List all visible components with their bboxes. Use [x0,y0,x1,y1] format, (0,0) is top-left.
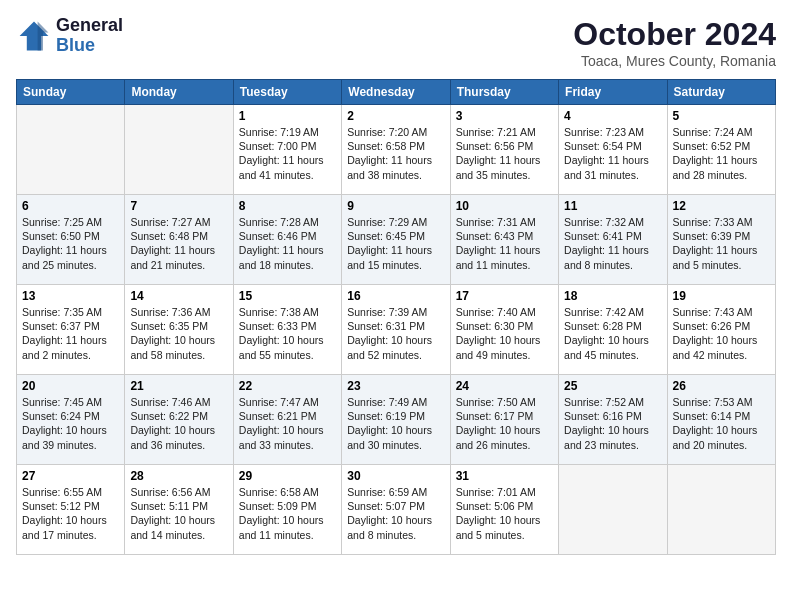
location-subtitle: Toaca, Mures County, Romania [573,53,776,69]
day-info: Sunrise: 7:42 AM Sunset: 6:28 PM Dayligh… [564,305,661,362]
day-info: Sunrise: 7:28 AM Sunset: 6:46 PM Dayligh… [239,215,336,272]
day-number: 10 [456,199,553,213]
day-header-tuesday: Tuesday [233,80,341,105]
calendar-cell: 21Sunrise: 7:46 AM Sunset: 6:22 PM Dayli… [125,375,233,465]
calendar-cell [559,465,667,555]
calendar-cell: 31Sunrise: 7:01 AM Sunset: 5:06 PM Dayli… [450,465,558,555]
day-number: 1 [239,109,336,123]
day-info: Sunrise: 7:35 AM Sunset: 6:37 PM Dayligh… [22,305,119,362]
day-info: Sunrise: 7:32 AM Sunset: 6:41 PM Dayligh… [564,215,661,272]
calendar-cell: 22Sunrise: 7:47 AM Sunset: 6:21 PM Dayli… [233,375,341,465]
calendar-cell: 29Sunrise: 6:58 AM Sunset: 5:09 PM Dayli… [233,465,341,555]
day-info: Sunrise: 7:47 AM Sunset: 6:21 PM Dayligh… [239,395,336,452]
day-info: Sunrise: 7:01 AM Sunset: 5:06 PM Dayligh… [456,485,553,542]
calendar-cell [125,105,233,195]
day-number: 17 [456,289,553,303]
day-header-monday: Monday [125,80,233,105]
day-info: Sunrise: 7:19 AM Sunset: 7:00 PM Dayligh… [239,125,336,182]
calendar-week-row: 27Sunrise: 6:55 AM Sunset: 5:12 PM Dayli… [17,465,776,555]
calendar-cell: 3Sunrise: 7:21 AM Sunset: 6:56 PM Daylig… [450,105,558,195]
day-number: 2 [347,109,444,123]
day-info: Sunrise: 7:38 AM Sunset: 6:33 PM Dayligh… [239,305,336,362]
calendar-cell: 24Sunrise: 7:50 AM Sunset: 6:17 PM Dayli… [450,375,558,465]
day-number: 21 [130,379,227,393]
day-info: Sunrise: 7:33 AM Sunset: 6:39 PM Dayligh… [673,215,770,272]
calendar-cell: 18Sunrise: 7:42 AM Sunset: 6:28 PM Dayli… [559,285,667,375]
day-number: 8 [239,199,336,213]
logo: General Blue [16,16,123,56]
calendar-cell: 9Sunrise: 7:29 AM Sunset: 6:45 PM Daylig… [342,195,450,285]
day-number: 15 [239,289,336,303]
calendar-cell [667,465,775,555]
calendar-cell: 17Sunrise: 7:40 AM Sunset: 6:30 PM Dayli… [450,285,558,375]
svg-marker-0 [20,21,49,50]
day-info: Sunrise: 6:55 AM Sunset: 5:12 PM Dayligh… [22,485,119,542]
day-number: 13 [22,289,119,303]
title-area: October 2024 Toaca, Mures County, Romani… [573,16,776,69]
day-info: Sunrise: 7:25 AM Sunset: 6:50 PM Dayligh… [22,215,119,272]
day-number: 6 [22,199,119,213]
day-number: 4 [564,109,661,123]
day-info: Sunrise: 7:29 AM Sunset: 6:45 PM Dayligh… [347,215,444,272]
month-title: October 2024 [573,16,776,53]
calendar-cell: 30Sunrise: 6:59 AM Sunset: 5:07 PM Dayli… [342,465,450,555]
day-header-wednesday: Wednesday [342,80,450,105]
calendar-cell: 5Sunrise: 7:24 AM Sunset: 6:52 PM Daylig… [667,105,775,195]
day-number: 24 [456,379,553,393]
day-number: 14 [130,289,227,303]
logo-blue: Blue [56,36,123,56]
day-info: Sunrise: 6:58 AM Sunset: 5:09 PM Dayligh… [239,485,336,542]
calendar-cell [17,105,125,195]
day-info: Sunrise: 7:45 AM Sunset: 6:24 PM Dayligh… [22,395,119,452]
day-info: Sunrise: 7:21 AM Sunset: 6:56 PM Dayligh… [456,125,553,182]
day-info: Sunrise: 7:53 AM Sunset: 6:14 PM Dayligh… [673,395,770,452]
calendar-cell: 12Sunrise: 7:33 AM Sunset: 6:39 PM Dayli… [667,195,775,285]
calendar-cell: 23Sunrise: 7:49 AM Sunset: 6:19 PM Dayli… [342,375,450,465]
calendar-cell: 14Sunrise: 7:36 AM Sunset: 6:35 PM Dayli… [125,285,233,375]
day-info: Sunrise: 7:49 AM Sunset: 6:19 PM Dayligh… [347,395,444,452]
calendar-cell: 27Sunrise: 6:55 AM Sunset: 5:12 PM Dayli… [17,465,125,555]
day-number: 20 [22,379,119,393]
day-info: Sunrise: 7:50 AM Sunset: 6:17 PM Dayligh… [456,395,553,452]
calendar-cell: 8Sunrise: 7:28 AM Sunset: 6:46 PM Daylig… [233,195,341,285]
day-header-saturday: Saturday [667,80,775,105]
day-info: Sunrise: 7:20 AM Sunset: 6:58 PM Dayligh… [347,125,444,182]
calendar-cell: 11Sunrise: 7:32 AM Sunset: 6:41 PM Dayli… [559,195,667,285]
day-number: 11 [564,199,661,213]
day-number: 31 [456,469,553,483]
calendar-cell: 28Sunrise: 6:56 AM Sunset: 5:11 PM Dayli… [125,465,233,555]
calendar-table: SundayMondayTuesdayWednesdayThursdayFrid… [16,79,776,555]
calendar-cell: 10Sunrise: 7:31 AM Sunset: 6:43 PM Dayli… [450,195,558,285]
day-number: 29 [239,469,336,483]
day-number: 7 [130,199,227,213]
day-number: 3 [456,109,553,123]
calendar-cell: 7Sunrise: 7:27 AM Sunset: 6:48 PM Daylig… [125,195,233,285]
day-header-sunday: Sunday [17,80,125,105]
day-info: Sunrise: 7:52 AM Sunset: 6:16 PM Dayligh… [564,395,661,452]
day-number: 18 [564,289,661,303]
day-number: 30 [347,469,444,483]
calendar-week-row: 13Sunrise: 7:35 AM Sunset: 6:37 PM Dayli… [17,285,776,375]
day-number: 12 [673,199,770,213]
day-info: Sunrise: 7:43 AM Sunset: 6:26 PM Dayligh… [673,305,770,362]
day-header-friday: Friday [559,80,667,105]
calendar-cell: 19Sunrise: 7:43 AM Sunset: 6:26 PM Dayli… [667,285,775,375]
calendar-cell: 4Sunrise: 7:23 AM Sunset: 6:54 PM Daylig… [559,105,667,195]
day-info: Sunrise: 7:40 AM Sunset: 6:30 PM Dayligh… [456,305,553,362]
day-info: Sunrise: 7:23 AM Sunset: 6:54 PM Dayligh… [564,125,661,182]
day-info: Sunrise: 7:39 AM Sunset: 6:31 PM Dayligh… [347,305,444,362]
calendar-cell: 16Sunrise: 7:39 AM Sunset: 6:31 PM Dayli… [342,285,450,375]
day-number: 26 [673,379,770,393]
calendar-header-row: SundayMondayTuesdayWednesdayThursdayFrid… [17,80,776,105]
day-info: Sunrise: 7:24 AM Sunset: 6:52 PM Dayligh… [673,125,770,182]
page-header: General Blue October 2024 Toaca, Mures C… [16,16,776,69]
calendar-cell: 20Sunrise: 7:45 AM Sunset: 6:24 PM Dayli… [17,375,125,465]
calendar-cell: 13Sunrise: 7:35 AM Sunset: 6:37 PM Dayli… [17,285,125,375]
calendar-cell: 1Sunrise: 7:19 AM Sunset: 7:00 PM Daylig… [233,105,341,195]
calendar-cell: 2Sunrise: 7:20 AM Sunset: 6:58 PM Daylig… [342,105,450,195]
day-number: 5 [673,109,770,123]
day-info: Sunrise: 7:27 AM Sunset: 6:48 PM Dayligh… [130,215,227,272]
day-number: 27 [22,469,119,483]
calendar-cell: 15Sunrise: 7:38 AM Sunset: 6:33 PM Dayli… [233,285,341,375]
day-info: Sunrise: 6:59 AM Sunset: 5:07 PM Dayligh… [347,485,444,542]
